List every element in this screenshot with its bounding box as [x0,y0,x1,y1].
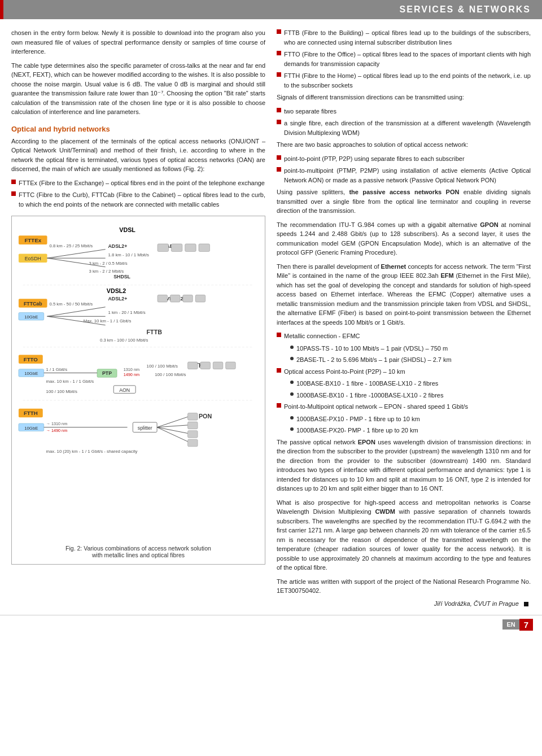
bullet-ptp: point-to-point (PTP, P2P) using separate… [277,154,531,164]
svg-line-75 [157,427,187,442]
bullet-ftth-text: FTTH (Fibre to the Home) – optical fibre… [284,71,531,90]
svg-text:Max. 10 km - 1 / 1 Gbit/s: Max. 10 km - 1 / 1 Gbit/s [84,318,132,324]
bullet-metallic: Metallic connection - EFMC [277,331,531,341]
bullet-fttex: FTTEx (Fibre to the Exchange) – optical … [11,178,265,188]
svg-text:→ 1490 nm: → 1490 nm [46,428,68,433]
circle-icon [290,392,294,396]
bullet-square-icon [277,72,281,77]
svg-text:ADSL2+: ADSL2+ [108,296,128,301]
svg-rect-35 [158,295,168,302]
bullet-square-icon [277,29,281,34]
author: Jiří Vodrážka, ČVUT in Prague [434,600,519,607]
para-basic: There are two basic approaches to soluti… [277,140,531,150]
bullet-metallic-text: Metallic connection - EFMC [284,331,531,341]
page-number: 7 [519,619,533,631]
svg-line-5 [47,250,106,259]
svg-text:10GbE: 10GbE [24,314,38,320]
header-title: SERVICES & NETWORKS [400,5,531,14]
bullet-square-icon [277,120,281,124]
svg-rect-59 [213,362,223,369]
svg-text:FTTH: FTTH [24,410,38,416]
bullet-fttc-text: FTTC (Fibre to the Curb), FTTCab (Fibre … [19,190,265,209]
svg-text:PON: PON [199,413,212,419]
svg-text:max. 10 km - 1 / 1 Gbit/s: max. 10 km - 1 / 1 Gbit/s [46,379,94,384]
page-footer: EN 7 [0,615,542,634]
svg-text:10GbE: 10GbE [24,426,38,431]
bullet-fttb: FTTB (Fibre to the Building) – optical f… [277,28,531,47]
ptmp-sub-2-text: 1000BASE-PX20- PMP - 1 fibre up to 20 km [296,426,531,435]
svg-line-26 [47,307,106,317]
svg-text:1 / 1 Gbit/s: 1 / 1 Gbit/s [46,367,68,372]
svg-line-74 [157,427,187,434]
svg-text:splitter: splitter [138,425,152,431]
optical-ptp-sub-2-text: 1000BASE-BX10 - 1 fibre -1000BASE-LX10 -… [296,391,531,400]
bullet-fttb-text: FTTB (Fibre to the Building) – optical f… [284,28,531,47]
network-diagram-svg: VDSL FTTEx EoSDH ADSL2+ ADSL 0.8 km - 25… [18,222,259,540]
signals-heading: Signals of different transmission direct… [277,93,531,102]
bullet-square-icon [277,333,281,337]
metallic-sub-1: 10PASS-TS - 10 to 100 Mbit/s – 1 pair (V… [285,344,531,353]
metallic-sub-2: 2BASE-TL - 2 to 5.696 Mbit/s – 1 pair (S… [285,355,531,365]
bullet-optical-ptp-text: Optical access Point-to-Point (P2P) – 10… [284,367,531,377]
ptmp-sub-1-text: 1000BASE-PX10 - PMP - 1 fibre up to 10 k… [296,414,531,424]
svg-text:FTTB: FTTB [147,329,163,335]
svg-text:VDSL2: VDSL2 [107,287,126,294]
svg-rect-77 [188,422,198,429]
svg-text:100 / 100 Mbit/s: 100 / 100 Mbit/s [147,364,178,369]
svg-text:EoSDH: EoSDH [25,256,41,261]
en-badge: EN [502,619,519,630]
bullet-single-fibre-text: a single fibre, each direction of the tr… [284,119,531,137]
bullet-optical-ptp: Optical access Point-to-Point (P2P) – 10… [277,367,531,377]
svg-rect-16 [171,244,182,252]
svg-text:1310 nm: 1310 nm [124,367,139,372]
optical-ptp-sub-2: 1000BASE-BX10 - 1 fibre -1000BASE-LX10 -… [285,391,531,400]
bullet-fttc: FTTC (Fibre to the Curb), FTTCab (Fibre … [11,190,265,209]
svg-rect-58 [200,362,211,369]
svg-rect-79 [188,439,198,447]
bullet-square-icon [277,403,281,408]
bullet-ptmp-optical: Point-to-Multipoint optical network – EP… [277,402,531,412]
bullet-square-icon [11,180,16,184]
page-header: SERVICES & NETWORKS [0,0,542,19]
svg-rect-76 [188,413,198,421]
bullet-ptp-text: point-to-point (PTP, P2P) using separate… [284,154,531,164]
bullet-ftto-text: FTTO (Fibre to the Office) – optical fib… [284,50,531,68]
circle-icon [290,416,294,419]
svg-text:1490 nm: 1490 nm [124,372,139,377]
fig-caption-line1: Fig. 2: Various combinations of access n… [65,545,211,552]
svg-rect-15 [158,244,168,252]
bullet-ptmp-optical-text: Point-to-Multipoint optical network – EP… [284,402,531,412]
section-title-optical: Optical and hybrid networks [11,125,265,133]
svg-text:1 km - 20 / 1 Mbit/s: 1 km - 20 / 1 Mbit/s [108,310,146,315]
metallic-sub-list: 10PASS-TS - 10 to 100 Mbit/s – 1 pair (V… [285,344,531,365]
svg-rect-78 [188,431,198,438]
bullet-two-fibres-text: two separate fibres [284,107,531,116]
bullet-ptmp-text: point-to-multipoint (PTMP, P2MP) using i… [284,166,531,185]
left-para2: The cable type determines also the speci… [11,61,265,117]
bullet-square-icon [277,51,281,55]
left-column: chosen in the entry form below. Newly it… [11,28,265,607]
fig-caption: Fig. 2: Various combinations of access n… [18,545,259,558]
optical-ptp-sub-1-text: 100BASE-BX10 - 1 fibre - 100BASE-LX10 - … [296,379,531,388]
svg-rect-18 [199,244,209,252]
svg-text:FTTO: FTTO [24,356,38,362]
svg-text:VDSL: VDSL [119,226,136,233]
left-para3: According to the placement of the termin… [11,137,265,174]
circle-icon [290,381,294,384]
svg-line-73 [157,425,187,427]
ptmp-sub-1: 1000BASE-PX10 - PMP - 1 fibre up to 10 k… [285,414,531,424]
para-passive: Using passive splitters, the passive acc… [277,187,531,216]
para-cwdm: What is also prospective for high-speed … [277,498,531,573]
fig-caption-line2: with metallic lines and optical fibres [92,552,185,558]
bullet-square-icon [277,368,281,373]
svg-text:1.8 km - 10 / 1 Mbit/s: 1.8 km - 10 / 1 Mbit/s [108,252,150,257]
optical-ptp-sub-list: 100BASE-BX10 - 1 fibre - 100BASE-LX10 - … [285,379,531,400]
svg-text:100 / 100 Mbit/s: 100 / 100 Mbit/s [155,372,186,377]
optical-ptp-sub-1: 100BASE-BX10 - 1 fibre - 100BASE-LX10 - … [285,379,531,388]
svg-rect-38 [195,295,206,302]
ptmp-sub-list: 1000BASE-PX10 - PMP - 1 fibre up to 10 k… [285,414,531,435]
svg-text:FTTCab: FTTCab [24,301,42,307]
svg-text:FTTEx: FTTEx [24,237,41,243]
metallic-sub-1-text: 10PASS-TS - 10 to 100 Mbit/s – 1 pair (V… [296,344,531,353]
svg-text:0.3 km - 100 / 100 Mbit/s: 0.3 km - 100 / 100 Mbit/s [100,338,148,343]
